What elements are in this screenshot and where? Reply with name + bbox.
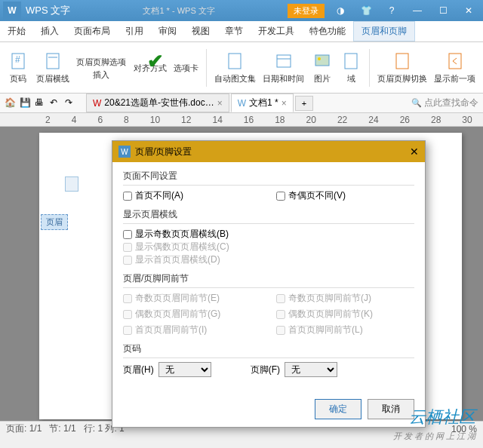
field-icon (340, 51, 361, 72)
prev-icon (445, 51, 466, 72)
ribbon-field[interactable]: 域 (337, 49, 365, 86)
chk-even-footer-prev: 偶数页页脚同前节(K) (276, 308, 414, 321)
menu-section[interactable]: 章节 (217, 22, 251, 41)
svg-rect-9 (345, 54, 357, 69)
menu-devtools[interactable]: 开发工具 (251, 22, 302, 41)
chk-first-headerline: 显示首页页眉横线(D) (123, 253, 414, 266)
search-hint[interactable]: 🔍 点此查找命令 (411, 97, 478, 109)
quick-toolbar: 🏠 💾 🖶 ↶ ↷ W20&21选题单-安世伟.doc…× W文档1 *× + … (0, 94, 483, 113)
skin-icon[interactable]: ◑ (331, 3, 350, 18)
checkmark-icon: ✔ (147, 50, 164, 73)
header-marker: 页眉 (41, 214, 68, 230)
autotext-icon (224, 51, 245, 72)
ribbon-tab[interactable]: 选项卡 (171, 60, 202, 75)
dialog-close-button[interactable]: ✕ (410, 146, 419, 158)
print-icon[interactable]: 🖶 (35, 97, 47, 109)
ribbon-headerline[interactable]: 页眉横线 (33, 49, 72, 86)
picture-icon (312, 51, 333, 72)
close-button[interactable]: ✕ (459, 3, 478, 18)
dialog-title: 页眉/页脚设置 (135, 146, 410, 158)
save-icon[interactable]: 💾 (20, 97, 32, 109)
watermark: 云栖社区 (409, 406, 475, 428)
chk-odd-headerline[interactable]: 显示奇数页页眉横线(B) (123, 228, 414, 241)
calendar-icon (273, 51, 294, 72)
maximize-button[interactable]: ☐ (433, 3, 453, 18)
ribbon-hfoptions[interactable]: 页眉页脚选项插入 (74, 54, 129, 82)
titlebar: W WPS 文字 文档1 * - WPS 文字 未登录 ◑ 👕 ? — ☐ ✕ (0, 0, 483, 21)
ribbon-datetime[interactable]: 日期和时间 (260, 49, 307, 86)
menu-pagelayout[interactable]: 页面布局 (66, 22, 118, 41)
svg-rect-4 (229, 54, 241, 69)
menu-special[interactable]: 特色功能 (302, 22, 353, 41)
minimize-button[interactable]: — (408, 3, 427, 18)
status-page: 页面: 1/1 (6, 422, 42, 435)
chk-odd-header-prev: 奇数页页眉同前节(E) (123, 292, 261, 305)
footer-pagenum-select[interactable]: 无 (285, 362, 337, 377)
headerline-icon (42, 51, 63, 72)
dialog-icon: W (118, 146, 131, 158)
menu-start[interactable]: 开始 (0, 22, 33, 41)
dialog-titlebar[interactable]: W 页眉/页脚设置 ✕ (112, 141, 425, 162)
svg-rect-11 (449, 54, 461, 69)
header-pagenum-label: 页眉(H) (123, 364, 154, 376)
chk-first-header-prev: 首页页眉同前节(I) (123, 324, 261, 336)
ribbon-autotext[interactable]: 自动图文集 (211, 49, 258, 86)
chk-even-headerline: 显示偶数页页眉横线(C) (123, 241, 414, 253)
menubar: 开始 插入 页面布局 引用 审阅 视图 章节 开发工具 特色功能 页眉和页脚 (0, 21, 483, 42)
chk-even-header-prev: 偶数页页眉同前节(G) (123, 308, 261, 321)
svg-rect-7 (315, 55, 329, 66)
menu-headerfooter[interactable]: 页眉和页脚 (353, 21, 415, 41)
svg-text:#: # (15, 54, 20, 65)
login-badge[interactable]: 未登录 (288, 4, 325, 18)
app-name: WPS 文字 (26, 4, 70, 17)
ribbon-picture[interactable]: 图片 (309, 49, 336, 86)
close-icon[interactable]: × (217, 98, 223, 109)
menu-insert[interactable]: 插入 (33, 22, 66, 41)
chk-first-footer-prev: 首页页脚同前节(L) (276, 324, 414, 336)
switch-icon (392, 51, 413, 72)
header-footer-dialog: W 页眉/页脚设置 ✕ 页面不同设置 首页不同(A) 奇偶页不同(V) 显示页眉… (112, 140, 426, 428)
home-icon[interactable]: 🏠 (5, 97, 17, 109)
svg-rect-5 (277, 55, 291, 67)
close-icon[interactable]: × (281, 98, 287, 109)
menu-review[interactable]: 审阅 (151, 22, 184, 41)
ruler: 24681012141618202224262830323436 (0, 113, 483, 127)
chk-odd-footer-prev: 奇数页页脚同前节(J) (276, 292, 414, 305)
ribbon-pagenum[interactable]: #页码 (5, 49, 32, 86)
tshirt-icon[interactable]: 👕 (356, 3, 376, 18)
svg-rect-10 (396, 54, 408, 69)
app-logo: W (3, 2, 21, 20)
section-pagenum: 页码 (123, 342, 414, 358)
menu-view[interactable]: 视图 (184, 22, 217, 41)
menu-references[interactable]: 引用 (118, 22, 151, 41)
section-same-prev: 页眉/页脚同前节 (123, 272, 414, 288)
svg-point-8 (318, 57, 321, 60)
pagenum-icon: # (8, 51, 29, 72)
doc-icon (65, 176, 78, 192)
chk-oddeven-diff[interactable]: 奇偶页不同(V) (276, 189, 414, 202)
ribbon-hfswitch[interactable]: 页眉页脚切换 (374, 49, 429, 86)
ribbon: #页码 页眉横线 页眉页脚选项插入 对齐方式 选项卡 自动图文集 日期和时间 图… (0, 42, 483, 94)
section-page-diff: 页面不同设置 (123, 170, 414, 186)
footer-pagenum-label: 页脚(F) (251, 364, 280, 376)
ok-button[interactable]: 确定 (315, 399, 361, 419)
ribbon-prev[interactable]: 显示前一项 (432, 49, 478, 86)
doc-tab-1[interactable]: W20&21选题单-安世伟.doc…× (86, 94, 229, 112)
help-icon[interactable]: ? (382, 3, 401, 18)
svg-rect-2 (47, 54, 59, 69)
section-headerline: 显示页眉横线 (123, 208, 414, 224)
redo-icon[interactable]: ↷ (65, 97, 77, 109)
window-title: 文档1 * - WPS 文字 (70, 5, 288, 17)
new-tab-button[interactable]: + (295, 96, 313, 111)
status-section: 节: 1/1 (49, 422, 75, 435)
doc-tab-2[interactable]: W文档1 *× (231, 94, 294, 112)
cancel-button[interactable]: 取消 (368, 399, 414, 419)
header-pagenum-select[interactable]: 无 (158, 362, 211, 377)
watermark-sub: 开 发 者 的 网 上 江 湖 (393, 431, 475, 442)
chk-firstpage-diff[interactable]: 首页不同(A) (123, 189, 261, 202)
undo-icon[interactable]: ↶ (50, 97, 62, 109)
